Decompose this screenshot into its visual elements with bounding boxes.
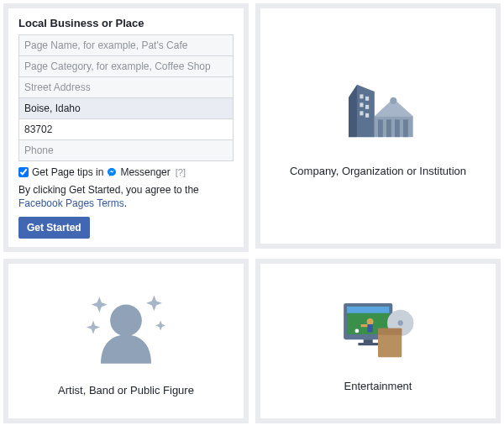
svg-rect-2 xyxy=(360,94,363,98)
help-icon[interactable]: [?] xyxy=(176,167,186,177)
page-tips-checkbox[interactable] xyxy=(18,167,29,177)
svg-rect-18 xyxy=(347,307,389,313)
entertainment-icon xyxy=(332,290,424,368)
company-card[interactable]: Company, Organization or Institution xyxy=(255,3,501,249)
city-input[interactable] xyxy=(18,98,234,119)
local-business-card[interactable]: Local Business or Place Get Page tips in… xyxy=(3,3,249,252)
svg-rect-14 xyxy=(403,119,408,137)
artist-card[interactable]: Artist, Band or Public Figure xyxy=(3,259,249,423)
page-category-input[interactable] xyxy=(18,56,234,77)
svg-rect-13 xyxy=(395,119,400,137)
artist-icon xyxy=(76,286,176,372)
company-label: Company, Organization or Institution xyxy=(290,165,466,177)
local-business-title: Local Business or Place xyxy=(18,17,234,29)
terms-text: By clicking Get Started, you agree to th… xyxy=(18,183,234,210)
company-icon xyxy=(336,75,420,153)
svg-rect-7 xyxy=(365,113,369,118)
phone-input[interactable] xyxy=(18,140,234,161)
svg-marker-0 xyxy=(357,85,375,137)
entertainment-card[interactable]: Entertainment xyxy=(255,259,501,423)
page-tips-row: Get Page tips in Messenger [?] xyxy=(18,166,234,178)
svg-point-15 xyxy=(110,305,142,337)
artist-label: Artist, Band or Public Figure xyxy=(58,384,194,397)
svg-rect-23 xyxy=(364,340,373,344)
svg-rect-3 xyxy=(365,97,369,101)
zip-input[interactable] xyxy=(18,119,234,140)
svg-point-19 xyxy=(367,318,374,325)
svg-point-22 xyxy=(355,329,360,334)
svg-marker-1 xyxy=(349,85,357,137)
svg-point-10 xyxy=(390,97,396,104)
svg-rect-24 xyxy=(358,343,378,345)
entertainment-label: Entertainment xyxy=(344,380,412,392)
svg-rect-21 xyxy=(361,324,368,327)
svg-rect-28 xyxy=(378,328,402,335)
svg-rect-4 xyxy=(360,102,363,107)
svg-rect-11 xyxy=(378,119,383,137)
messenger-icon xyxy=(107,167,117,177)
page-tips-label-pre: Get Page tips in xyxy=(32,166,103,178)
page-tips-label-brand: Messenger xyxy=(120,166,170,178)
get-started-button[interactable]: Get Started xyxy=(18,217,90,239)
page-name-input[interactable] xyxy=(18,34,234,56)
svg-rect-6 xyxy=(360,111,363,115)
svg-rect-5 xyxy=(365,105,369,109)
svg-rect-12 xyxy=(386,119,391,137)
svg-rect-20 xyxy=(367,324,372,332)
terms-link[interactable]: Facebook Pages Terms xyxy=(18,197,124,209)
svg-point-26 xyxy=(398,321,403,326)
street-address-input[interactable] xyxy=(18,77,234,98)
